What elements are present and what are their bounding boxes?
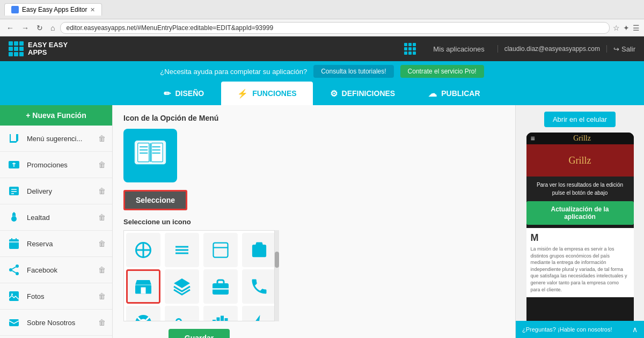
icon-cell-layers[interactable] (165, 269, 199, 304)
icon-cell-lifebuoy[interactable] (126, 306, 160, 321)
tab-funciones[interactable]: ⚡ FUNCIONES (221, 82, 312, 105)
icon-cell-r0c3[interactable] (242, 233, 275, 267)
cloud-icon: ☁ (428, 89, 437, 99)
my-apps-link[interactable]: Mis aplicaciones (427, 45, 491, 53)
tab-funciones-label: FUNCIONES (252, 89, 296, 98)
reserva-label: Reserva (27, 240, 93, 248)
trash-icon-5[interactable]: 🗑 (98, 239, 106, 248)
tab-definiciones-label: DEFINICIONES (342, 89, 396, 98)
sobre-label: Sobre Nosotros (27, 319, 93, 327)
icon-cell-r0c1[interactable] (165, 233, 199, 267)
phone-update-btn[interactable]: Actualización de la aplicación (526, 201, 634, 225)
trash-icon-3[interactable]: 🗑 (98, 187, 106, 195)
current-icon-display (123, 129, 177, 182)
menu-icon[interactable]: ☰ (633, 24, 640, 32)
menu-label: Menú sugerenci... (27, 135, 93, 143)
phone-status-bar: ≡ Grillz (526, 133, 634, 144)
svg-point-16 (11, 293, 13, 295)
icon-cell-lightning[interactable] (242, 306, 275, 321)
facebook-label: Facebook (27, 266, 93, 274)
address-input[interactable]: editor.easyeasyapps.net/#MenuEntryPlace:… (60, 22, 610, 34)
reload-btn[interactable]: ↻ (34, 23, 45, 33)
svg-point-5 (11, 216, 17, 222)
chevron-up-icon: ∧ (632, 325, 638, 334)
home-btn[interactable]: ⌂ (48, 23, 57, 33)
svg-point-10 (16, 264, 19, 268)
icon-cell-key[interactable] (165, 306, 199, 321)
select-icon-btn[interactable]: Seleccione (123, 190, 187, 210)
trash-icon-7[interactable]: 🗑 (98, 292, 106, 300)
open-phone-btn[interactable]: Abrir en el celular (544, 112, 616, 127)
logout-btn[interactable]: ↪ Salir (613, 45, 635, 53)
icon-grid-wrapper (123, 230, 279, 321)
svg-rect-54 (221, 316, 224, 322)
svg-line-13 (12, 271, 16, 273)
trash-icon-8[interactable]: 🗑 (98, 318, 106, 327)
hamburger-icon: ≡ (531, 134, 535, 143)
sidebar-item-facebook[interactable]: Facebook 🗑 (0, 257, 112, 283)
tab-diseno[interactable]: ✏ DISEÑO (148, 82, 220, 105)
gear-icon: ⚙ (330, 89, 338, 99)
trash-icon-2[interactable]: 🗑 (98, 160, 106, 169)
nav-tabs-bar: ✏ DISEÑO ⚡ FUNCIONES ⚙ DEFINICIONES ☁ PU… (0, 82, 644, 105)
sidebar-item-menu[interactable]: Menú sugerenci... 🗑 (0, 126, 112, 152)
tab-diseno-label: DISEÑO (175, 89, 204, 98)
functions-icon: ⚡ (237, 89, 248, 99)
svg-line-14 (12, 267, 16, 269)
forward-btn[interactable]: → (19, 23, 31, 33)
browser-action-icons: ☆ ✦ ☰ (613, 24, 640, 32)
share-icon (6, 262, 21, 277)
icon-cell-store[interactable] (126, 269, 160, 304)
address-bar-row: ← → ↻ ⌂ editor.easyeasyapps.net/#MenuEnt… (0, 19, 644, 36)
bookmark-icon[interactable]: ☆ (613, 24, 620, 32)
scrollbar-track[interactable] (275, 230, 279, 321)
tab-definiciones[interactable]: ⚙ DEFINICIONES (314, 82, 412, 105)
trash-icon[interactable]: 🗑 (98, 134, 106, 143)
phone-mockup: ≡ Grillz Grillz Para ver los resultados … (526, 133, 634, 332)
sidebar: + Nueva Función Menú sugerenci... 🗑 Prom… (0, 105, 113, 338)
icon-cell-library[interactable] (203, 306, 238, 321)
chat-text: ¿Preguntas? ¡Hable con nosotros! (522, 326, 612, 333)
icon-cell-r0c2[interactable] (203, 233, 238, 267)
sidebar-item-lealtad[interactable]: Lealtad 🗑 (0, 204, 112, 231)
sidebar-item-reserva[interactable]: Reserva 🗑 (0, 231, 112, 257)
app-logo: EASY EASY APPS (9, 41, 68, 57)
tutorials-btn[interactable]: Consulta los tutoriales! (313, 65, 393, 78)
sidebar-item-sobre[interactable]: Sobre Nosotros 🗑 (0, 310, 112, 336)
new-function-btn[interactable]: + Nueva Función (0, 105, 112, 126)
svg-marker-57 (253, 315, 266, 321)
pro-service-btn[interactable]: Contrate el servicio Pro! (400, 65, 484, 78)
sidebar-item-fotos[interactable]: Fotos 🗑 (0, 283, 112, 310)
fotos-label: Fotos (27, 292, 93, 300)
back-btn[interactable]: ← (4, 23, 16, 33)
icon-cell-r0c0[interactable] (126, 233, 160, 267)
book-icon (6, 131, 21, 146)
sidebar-item-promociones[interactable]: Promociones 🗑 (0, 152, 112, 178)
trash-icon-4[interactable]: 🗑 (98, 213, 106, 222)
logo-grid-icon (9, 41, 24, 56)
tab-publicar[interactable]: ☁ PUBLICAR (412, 82, 496, 105)
svg-point-11 (9, 268, 12, 271)
chat-bar[interactable]: ¿Preguntas? ¡Hable con nosotros! ∧ (516, 321, 644, 338)
save-btn[interactable]: Guardar (169, 329, 230, 338)
active-tab[interactable]: Easy Easy Apps Editor ✕ (4, 3, 102, 16)
help-text: ¿Necesita ayuda para completar su aplica… (160, 68, 307, 76)
extension-icon[interactable]: ✦ (623, 24, 630, 32)
calendar-icon (6, 236, 21, 251)
promociones-label: Promociones (27, 161, 93, 169)
icon-cell-briefcase[interactable] (203, 269, 238, 304)
open-icon (6, 315, 21, 330)
dollar-icon (6, 157, 21, 172)
medal-icon (6, 210, 21, 225)
help-bar: ¿Necesita ayuda para completar su aplica… (0, 61, 644, 82)
sidebar-item-delivery[interactable]: Delivery 🗑 (0, 178, 112, 204)
icon-cell-phone[interactable] (242, 269, 275, 304)
svg-rect-15 (9, 291, 19, 301)
scrollbar-thumb[interactable] (275, 252, 279, 268)
pencil-icon: ✏ (164, 89, 171, 99)
tab-favicon (11, 6, 19, 13)
trash-icon-6[interactable]: 🗑 (98, 266, 106, 274)
tab-close-btn[interactable]: ✕ (90, 6, 95, 13)
svg-marker-39 (174, 278, 190, 288)
content-area: Icon de la Opción de Menú Seleccione Sel… (113, 105, 515, 338)
